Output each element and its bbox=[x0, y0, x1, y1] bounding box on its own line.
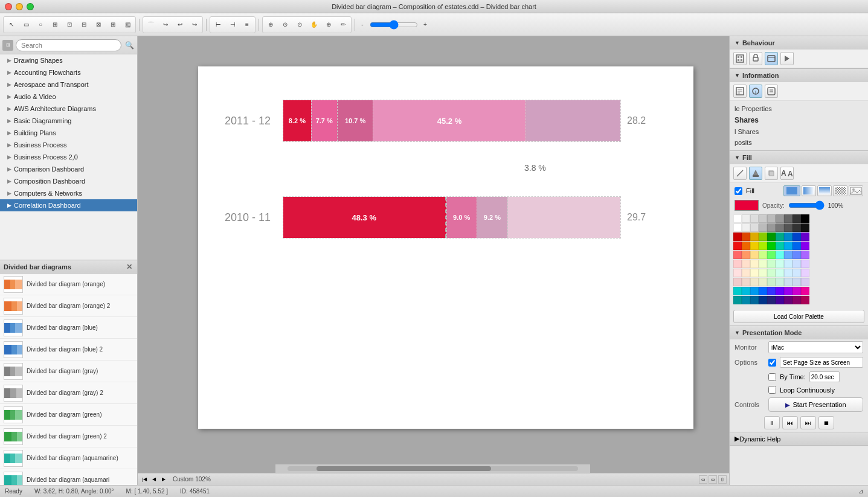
behaviour-icon1[interactable] bbox=[733, 52, 747, 65]
sidebar-item-computers[interactable]: ▶ Computers & Networks bbox=[0, 187, 137, 199]
color-swatch[interactable] bbox=[759, 278, 767, 286]
info-icon3[interactable] bbox=[765, 85, 778, 98]
fill-image-btn[interactable] bbox=[849, 185, 863, 196]
color-swatch[interactable] bbox=[776, 223, 784, 232]
fill-gradient-v-btn[interactable] bbox=[817, 185, 832, 196]
color-swatch[interactable] bbox=[801, 232, 809, 241]
canvas-area[interactable]: 2011 - 12 8.2 % 7.7 % 10.7 % 45.2 % 28.2 bbox=[138, 36, 729, 485]
color-swatch[interactable] bbox=[733, 269, 742, 277]
sidebar-item-audio[interactable]: ▶ Audio & Video bbox=[0, 91, 137, 103]
color-swatch[interactable] bbox=[750, 232, 759, 241]
color-swatch[interactable] bbox=[792, 269, 801, 277]
list-item[interactable]: Divided bar diagram (gray) bbox=[0, 361, 137, 382]
shape-more4-btn[interactable]: ⊞ bbox=[106, 18, 120, 32]
color-swatch[interactable] bbox=[776, 260, 784, 268]
shape-more5-btn[interactable]: ▨ bbox=[120, 18, 135, 32]
by-time-checkbox[interactable] bbox=[768, 373, 776, 381]
color-swatch[interactable] bbox=[742, 278, 750, 286]
panel-text-item[interactable]: posits bbox=[735, 137, 863, 148]
search-input[interactable] bbox=[16, 39, 121, 51]
prev-btn[interactable]: ⏮ bbox=[782, 416, 798, 429]
shape-table-btn[interactable]: ⊞ bbox=[48, 18, 62, 32]
color-swatch[interactable] bbox=[801, 260, 809, 268]
shape-circle-btn[interactable]: ○ bbox=[33, 18, 48, 32]
zoom-out-btn[interactable]: - bbox=[358, 18, 367, 32]
opacity-slider[interactable] bbox=[788, 200, 825, 210]
color-swatch[interactable] bbox=[784, 242, 792, 250]
list-item[interactable]: Divided bar diagram (orange) bbox=[0, 274, 137, 295]
color-swatch[interactable] bbox=[767, 251, 776, 259]
select-tool-btn[interactable]: ↖ bbox=[4, 18, 19, 32]
color-swatch[interactable] bbox=[776, 242, 784, 250]
pause-btn[interactable]: ⏸ bbox=[764, 416, 780, 429]
page-size-btn2[interactable]: ▭ bbox=[709, 475, 717, 484]
color-swatch[interactable] bbox=[792, 278, 801, 286]
color-swatch[interactable] bbox=[792, 251, 801, 259]
info-icon2[interactable]: i bbox=[749, 85, 762, 98]
list-item[interactable]: Divided bar diagram (gray) 2 bbox=[0, 382, 137, 404]
color-swatch[interactable] bbox=[767, 287, 776, 295]
set-page-size-btn[interactable]: Set Page Size as Screen bbox=[780, 357, 863, 368]
hscroll-thumb[interactable] bbox=[317, 466, 491, 471]
shape-rect-btn[interactable]: ▭ bbox=[19, 18, 33, 32]
color-swatch[interactable] bbox=[750, 223, 759, 232]
undo-btn[interactable]: ↩ bbox=[173, 18, 187, 32]
color-swatch[interactable] bbox=[733, 214, 742, 223]
color-swatch[interactable] bbox=[750, 296, 759, 304]
color-swatch[interactable] bbox=[776, 251, 784, 259]
list-item[interactable]: Divided bar diagram (blue) 2 bbox=[0, 339, 137, 361]
color-swatch[interactable] bbox=[742, 242, 750, 250]
text-style-btn[interactable]: A A bbox=[780, 167, 794, 180]
info-icon1[interactable] bbox=[733, 85, 747, 98]
color-swatch[interactable] bbox=[742, 251, 750, 259]
list-item[interactable]: Divided bar diagram (blue) bbox=[0, 317, 137, 339]
maximize-button[interactable] bbox=[27, 3, 34, 10]
color-swatch[interactable] bbox=[733, 242, 742, 250]
sidebar-item-correlation[interactable]: ▶ Correlation Dashboard bbox=[0, 199, 137, 211]
shape-more3-btn[interactable]: ⊠ bbox=[91, 18, 106, 32]
list-item[interactable]: Divided bar diagram (orange) 2 bbox=[0, 295, 137, 317]
color-swatch[interactable] bbox=[750, 269, 759, 277]
sidebar-item-drawing-shapes[interactable]: ▶ Drawing Shapes bbox=[0, 54, 137, 66]
sidebar-item-business2[interactable]: ▶ Business Process 2,0 bbox=[0, 151, 137, 163]
color-swatch[interactable] bbox=[801, 296, 809, 304]
color-swatch[interactable] bbox=[776, 269, 784, 277]
sidebar-item-aerospace[interactable]: ▶ Aerospace and Transport bbox=[0, 79, 137, 91]
panel-text-item[interactable]: l Shares bbox=[735, 126, 863, 137]
color-swatch[interactable] bbox=[801, 287, 809, 295]
shadow-btn[interactable] bbox=[765, 167, 778, 180]
color-swatch[interactable] bbox=[759, 232, 767, 241]
shape-more2-btn[interactable]: ⊟ bbox=[77, 18, 91, 32]
color-swatch[interactable] bbox=[750, 278, 759, 286]
color-swatch[interactable] bbox=[742, 232, 750, 241]
color-swatch[interactable] bbox=[784, 214, 792, 223]
color-swatch[interactable] bbox=[733, 260, 742, 268]
page-prev-btn[interactable]: ◀ bbox=[150, 475, 158, 484]
stop-btn[interactable]: ⏹ bbox=[818, 416, 834, 429]
align1-btn[interactable]: ⊢ bbox=[211, 18, 225, 32]
color-swatch[interactable] bbox=[742, 214, 750, 223]
align2-btn[interactable]: ⊣ bbox=[225, 18, 240, 32]
color-swatch[interactable] bbox=[784, 269, 792, 277]
color-swatch[interactable] bbox=[742, 296, 750, 304]
crosshair-btn[interactable]: ⊕ bbox=[321, 18, 336, 32]
color-swatch[interactable] bbox=[759, 269, 767, 277]
color-swatch[interactable] bbox=[759, 214, 767, 223]
color-swatch[interactable] bbox=[784, 287, 792, 295]
page-next-btn[interactable]: ▶ bbox=[159, 475, 168, 484]
color-swatch[interactable] bbox=[733, 251, 742, 259]
list-item[interactable]: Divided bar diagram (aquamarine) bbox=[0, 447, 137, 469]
next-btn[interactable]: ⏭ bbox=[800, 416, 816, 429]
color-swatch[interactable] bbox=[784, 278, 792, 286]
align3-btn[interactable]: ≡ bbox=[240, 18, 254, 32]
color-swatch[interactable] bbox=[733, 278, 742, 286]
color-swatch[interactable] bbox=[742, 223, 750, 232]
sidebar-item-basic[interactable]: ▶ Basic Diagramming bbox=[0, 115, 137, 127]
sidebar-item-aws[interactable]: ▶ AWS Architecture Diagrams bbox=[0, 103, 137, 115]
color-swatch[interactable] bbox=[733, 296, 742, 304]
behaviour-icon2[interactable] bbox=[749, 52, 762, 65]
behaviour-header[interactable]: ▼ Behaviour bbox=[730, 36, 868, 50]
color-swatch[interactable] bbox=[759, 223, 767, 232]
behaviour-icon3[interactable] bbox=[765, 52, 778, 65]
color-swatch[interactable] bbox=[759, 251, 767, 259]
